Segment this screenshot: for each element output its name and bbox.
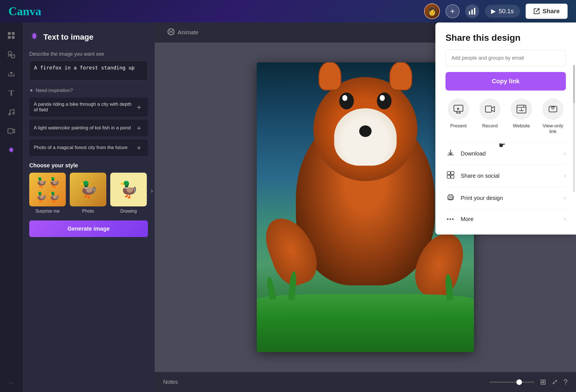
social-arrow: › (564, 172, 566, 179)
style-next-arrow[interactable]: › (151, 173, 153, 195)
copy-link-button[interactable]: Copy link (446, 72, 566, 91)
stats-button[interactable] (465, 4, 479, 18)
style-header: Choose your style (29, 162, 148, 169)
zoom-slider (489, 382, 534, 383)
share-list-print[interactable]: Print your design › (446, 187, 566, 209)
panel-scrollbar[interactable] (573, 65, 575, 192)
svg-rect-18 (447, 172, 450, 175)
style-label-photo: Photo (82, 209, 94, 214)
svg-rect-5 (8, 36, 11, 39)
print-left: Print your design (446, 193, 503, 203)
generate-button[interactable]: Generate image (29, 220, 148, 237)
avatar-button[interactable]: 👩 (424, 3, 440, 19)
download-left: Download (446, 149, 486, 158)
zoom-track (489, 382, 534, 383)
sidebar-icon-video[interactable] (4, 124, 19, 138)
app-header: Canva 👩 + ▶ 50.1s Share (0, 0, 576, 22)
inspiration-label: Need inspiration? (36, 88, 73, 93)
text-icon: T (9, 88, 14, 97)
sidebar-icon-elements[interactable] (4, 47, 19, 62)
panel-header: Text to image (29, 31, 148, 43)
email-input[interactable] (446, 50, 566, 66)
share-list-more[interactable]: ••• More › (446, 209, 566, 229)
social-icon (446, 171, 456, 181)
ellipsis-icon: ··· (9, 379, 14, 386)
share-panel: Share this design Copy link Present (435, 22, 576, 235)
animate-icon (167, 28, 175, 37)
svg-rect-11 (8, 129, 13, 133)
svg-rect-19 (451, 172, 454, 175)
fullscreen-icon[interactable]: ⤢ (552, 378, 558, 386)
svg-rect-14 (485, 106, 492, 112)
share-button[interactable]: Share (526, 4, 568, 19)
present-label: Present (450, 123, 467, 129)
style-thumb-surprise: 🦆 🦆 🦆 🦆 (29, 173, 66, 206)
share-list-download[interactable]: Download › (446, 142, 566, 165)
sidebar-icon-text[interactable]: T (4, 85, 19, 100)
help-icon[interactable]: ? (564, 378, 568, 386)
social-label: Share on social (461, 173, 500, 179)
add-button[interactable]: + (446, 4, 460, 18)
share-option-present[interactable]: Present (446, 98, 471, 134)
svg-point-7 (8, 51, 12, 55)
share-panel-inner: Share this design Copy link Present (435, 22, 576, 235)
svg-rect-21 (451, 175, 454, 178)
inspiration-text-1: A light watercolor painting of koi fish … (34, 125, 134, 131)
svg-point-10 (13, 112, 14, 114)
style-thumb-photo: 🦆 (70, 173, 106, 206)
inspiration-item-2[interactable]: Photo of a magical forest city from the … (29, 139, 148, 156)
add-inspiration-icon-2[interactable]: + (134, 143, 143, 152)
svg-rect-6 (12, 36, 15, 39)
style-label-drawing: Drawing (120, 209, 137, 214)
share-option-viewonly[interactable]: View-only link (540, 98, 566, 134)
sidebar-icon-ai[interactable] (4, 143, 19, 157)
text-to-image-panel: Text to image Describe the image you wan… (22, 22, 155, 392)
share-option-record[interactable]: Record (477, 98, 503, 134)
sidebar-icon-music[interactable] (4, 105, 19, 119)
viewonly-label: View-only link (540, 123, 566, 134)
play-icon: ▶ (491, 8, 496, 15)
scrollbar-thumb (573, 65, 575, 103)
svg-rect-1 (471, 10, 473, 15)
preview-button[interactable]: ▶ 50.1s (485, 5, 520, 18)
share-title: Share this design (446, 33, 566, 43)
more-arrow: › (564, 215, 566, 223)
svg-rect-20 (447, 175, 450, 178)
image-description-input[interactable]: A firefox in a forest standing up (29, 60, 148, 81)
style-photo[interactable]: 🦆 Photo (70, 173, 106, 214)
svg-point-9 (9, 113, 10, 115)
present-icon (448, 98, 469, 120)
animate-label: Animate (178, 29, 198, 36)
download-arrow: › (564, 150, 566, 157)
share-list-social[interactable]: Share on social › (446, 165, 566, 187)
share-option-website[interactable]: Website (508, 98, 534, 134)
inspiration-text-2: Photo of a magical forest city from the … (34, 145, 134, 150)
style-label-surprise: Surprise me (35, 209, 60, 214)
sidebar-icon-upload[interactable] (4, 66, 19, 81)
record-icon (479, 98, 501, 120)
more-label: More (461, 216, 474, 222)
inspiration-item-0[interactable]: A panda riding a bike through a city wit… (29, 98, 148, 117)
add-inspiration-icon-0[interactable]: + (134, 103, 143, 112)
sidebar-icon-layout[interactable] (4, 28, 19, 43)
more-options-button[interactable]: ··· (9, 379, 14, 386)
inspiration-item-1[interactable]: A light watercolor painting of koi fish … (29, 120, 148, 136)
left-sidebar: T ··· (0, 22, 22, 392)
print-icon (446, 193, 456, 203)
describe-label: Describe the image you want see (29, 51, 148, 57)
download-icon (446, 149, 456, 158)
style-surprise[interactable]: 🦆 🦆 🦆 🦆 Surprise me (29, 173, 66, 214)
avatar-image: 👩 (425, 4, 439, 19)
animate-button[interactable]: Animate (163, 26, 202, 40)
zoom-thumb[interactable] (516, 379, 522, 385)
add-inspiration-icon-1[interactable]: + (134, 123, 143, 132)
style-drawing[interactable]: 🦆 Drawing (110, 173, 147, 214)
website-label: Website (513, 123, 530, 129)
style-grid: 🦆 🦆 🦆 🦆 Surprise me 🦆 Photo 🦆 (29, 173, 148, 214)
fit-screen-icon[interactable]: ⊞ (540, 378, 546, 386)
print-label: Print your design (461, 195, 503, 201)
sparkle-icon: ✦ (29, 87, 33, 94)
panel-icon (29, 31, 39, 43)
svg-rect-3 (8, 32, 11, 35)
play-time: 50.1s (499, 8, 514, 15)
